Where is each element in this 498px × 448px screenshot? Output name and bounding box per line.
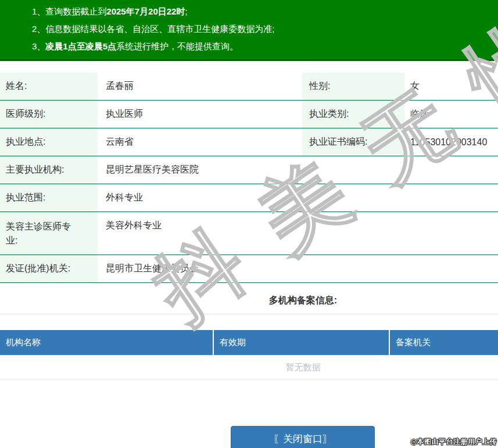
notice-text: ; [185, 6, 187, 16]
name-label: 姓名: [0, 73, 98, 100]
doctor-level-label: 医师级别: [0, 101, 98, 128]
column-header-validity-period: 有效期 [214, 330, 390, 355]
column-header-filing-authority: 备案机关 [390, 330, 498, 355]
practice-location-label: 执业地点: [0, 128, 98, 156]
cosmetic-specialty-label: 美容主诊医师专业: [0, 212, 98, 255]
table-row-location-cert: 执业地点: 云南省 执业证书编码: 110530102003140 [0, 128, 498, 156]
practice-scope-label: 执业范围: [0, 184, 98, 212]
issuing-authority-label: 发证(批准)机关: [0, 255, 98, 282]
section-divider [0, 314, 498, 314]
notice-line-3: 3、凌晨1点至凌晨5点系统进行维护，不能提供查询。 [32, 38, 498, 55]
practitioner-query-result-window: { "notices": [ {"pre": "1、查询数据截止到", "bol… [0, 0, 498, 448]
main-institution-value: 昆明艺星医疗美容医院 [98, 164, 498, 176]
table-row-name-gender: 姓名: 孟春丽 性别: 女 [0, 73, 498, 101]
practice-category-label: 执业类别: [302, 101, 404, 128]
main-institution-label: 主要执业机构: [0, 156, 98, 184]
practitioner-info-table: 姓名: 孟春丽 性别: 女 医师级别: 执业医师 执业类别: 临床 执业地点: … [0, 73, 498, 283]
notice-text: 2、信息数据结果以各省、自治区、直辖市卫生健康委数据为准; [32, 24, 275, 34]
notice-bold-text: 凌晨1点至凌晨5点 [45, 41, 116, 51]
multi-institution-filing-title: 多机构备案信息: [0, 295, 498, 306]
cosmetic-specialty-value: 美容外科专业 [98, 212, 498, 232]
practice-category-value: 临床 [404, 108, 498, 120]
table-row-practice-scope: 执业范围: 外科专业 [0, 184, 498, 212]
certificate-number-label: 执业证书编码: [302, 128, 404, 156]
table-row-main-institution: 主要执业机构: 昆明艺星医疗美容医院 [0, 156, 498, 184]
filing-table: 机构名称 有效期 备案机关 暂无数据 [0, 330, 498, 380]
close-window-button[interactable]: 〖关闭窗口〗 [231, 426, 375, 448]
notice-line-2: 2、信息数据结果以各省、自治区、直辖市卫生健康委数据为准; [32, 20, 498, 38]
column-header-institution-name: 机构名称 [0, 330, 214, 355]
notice-text: 1、查询数据截止到 [32, 6, 106, 16]
certificate-number-value: 110530102003140 [404, 137, 498, 148]
practice-location-value: 云南省 [98, 136, 302, 148]
filing-table-header-row: 机构名称 有效期 备案机关 [0, 330, 498, 355]
notice-line-1: 1、查询数据截止到2025年7月20日22时; [32, 3, 498, 20]
gender-value: 女 [404, 80, 498, 92]
notice-text: 3、 [32, 41, 45, 51]
query-result-page: 1、查询数据截止到2025年7月20日22时; 2、信息数据结果以各省、自治区、… [0, 0, 498, 448]
issuing-authority-value: 昆明市卫生健康委员会 [98, 263, 498, 275]
name-value: 孟春丽 [98, 80, 302, 92]
practice-scope-value: 外科专业 [98, 192, 498, 204]
table-row-cosmetic-specialty: 美容主诊医师专业: 美容外科专业 [0, 212, 498, 255]
doctor-level-value: 执业医师 [98, 108, 302, 120]
gender-label: 性别: [302, 73, 404, 100]
table-row-issuing-authority: 发证(批准)机关: 昆明市卫生健康委员会 [0, 255, 498, 283]
photo-credit-watermark: ◎本图由平台注册用户上传 [411, 437, 497, 447]
notice-text: 系统进行维护，不能提供查询。 [116, 41, 238, 51]
notice-bold-text: 2025年7月20日22时 [106, 6, 185, 16]
notice-banner: 1、查询数据截止到2025年7月20日22时; 2、信息数据结果以各省、自治区、… [0, 0, 498, 61]
empty-data-placeholder: 暂无数据 [0, 355, 498, 380]
table-row-level-category: 医师级别: 执业医师 执业类别: 临床 [0, 101, 498, 128]
